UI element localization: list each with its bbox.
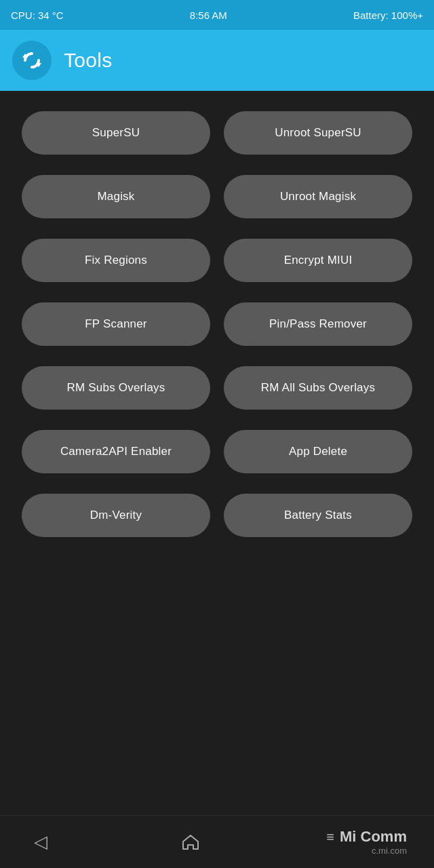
rm-subs-overlays-button[interactable]: RM Subs Overlays	[22, 366, 210, 410]
home-button[interactable]	[174, 826, 207, 859]
svg-point-0	[17, 45, 47, 75]
encrypt-miui-button[interactable]: Encrypt MIUI	[224, 239, 412, 282]
back-button[interactable]: ◁	[27, 825, 54, 859]
mi-comm-branding: ≡ Mi Comm c.mi.com	[326, 828, 407, 856]
app-header: Tools	[0, 30, 434, 91]
supersu-button[interactable]: SuperSU	[22, 111, 210, 155]
app-logo	[12, 41, 52, 80]
battery-status: Battery: 100%+	[353, 9, 423, 21]
dm-verity-button[interactable]: Dm-Verity	[22, 494, 210, 537]
time-status: 8:56 AM	[190, 9, 227, 21]
battery-stats-button[interactable]: Battery Stats	[224, 494, 412, 537]
mi-comm-label: Mi Comm	[340, 828, 407, 846]
app-delete-button[interactable]: App Delete	[224, 430, 412, 473]
page-title: Tools	[64, 49, 113, 72]
status-bar: CPU: 34 °C 8:56 AM Battery: 100%+	[0, 0, 434, 30]
cpu-status: CPU: 34 °C	[11, 9, 64, 21]
camera2api-enabler-button[interactable]: Camera2API Enabler	[22, 430, 210, 473]
unroot-supersu-button[interactable]: Unroot SuperSU	[224, 111, 412, 155]
menu-icon: ≡	[326, 829, 334, 845]
navigation-bar: ◁ ≡ Mi Comm c.mi.com	[0, 815, 434, 868]
unroot-magisk-button[interactable]: Unroot Magisk	[224, 175, 412, 218]
tools-grid: SuperSUUnroot SuperSUMagiskUnroot Magisk…	[0, 91, 434, 815]
mi-comm-url: c.mi.com	[372, 846, 407, 856]
pin-pass-remover-button[interactable]: Pin/Pass Remover	[224, 302, 412, 346]
rm-all-subs-overlays-button[interactable]: RM All Subs Overlays	[224, 366, 412, 410]
fp-scanner-button[interactable]: FP Scanner	[22, 302, 210, 346]
magisk-button[interactable]: Magisk	[22, 175, 210, 218]
fix-regions-button[interactable]: Fix Regions	[22, 239, 210, 282]
